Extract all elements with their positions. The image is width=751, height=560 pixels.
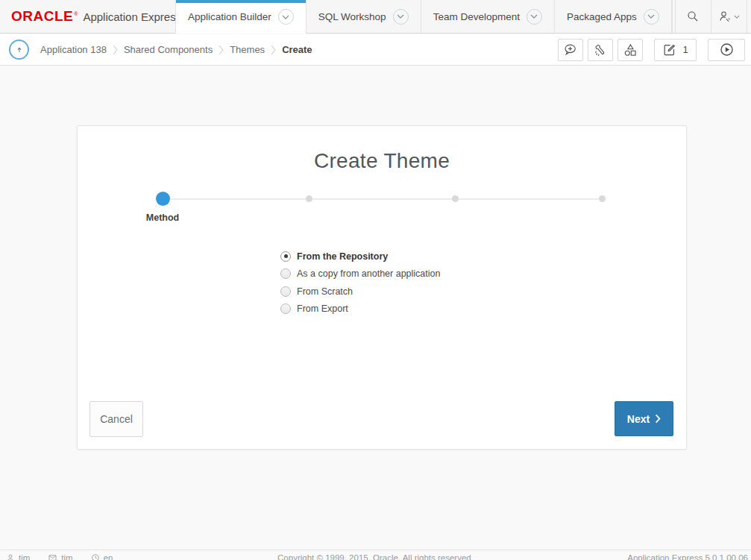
next-button[interactable]: Next — [615, 401, 673, 436]
chevron-right-icon — [113, 45, 118, 55]
breadcrumb-create: Create — [282, 44, 312, 55]
registered-mark: ® — [74, 11, 78, 16]
product-name: Application Express — [83, 10, 181, 23]
chevron-down-icon[interactable] — [393, 9, 409, 25]
up-level-button[interactable] — [9, 40, 29, 60]
flashlight-icon — [593, 43, 608, 57]
tab-application-builder[interactable]: Application Builder — [175, 0, 306, 34]
tab-label: Team Development — [433, 11, 520, 22]
radio-button-icon[interactable] — [280, 286, 291, 297]
help-menu-button[interactable]: ? — [747, 0, 751, 33]
breadcrumb-shared-components[interactable]: Shared Components — [124, 44, 213, 55]
main-tabs: Application Builder SQL Workshop Team De… — [175, 0, 672, 33]
radio-as-a-copy-from-another-application[interactable]: As a copy from another application — [280, 265, 440, 283]
chevron-down-icon[interactable] — [644, 9, 659, 25]
tab-label: Application Builder — [188, 11, 271, 22]
breadcrumb-application[interactable]: Application 138 — [40, 44, 107, 55]
radio-button-icon[interactable] — [280, 268, 291, 279]
edit-page-number: 1 — [682, 44, 688, 55]
train-line — [163, 198, 602, 200]
radio-label: As a copy from another application — [297, 268, 440, 279]
chevron-right-icon — [655, 414, 661, 424]
chevron-right-icon — [219, 45, 224, 55]
radio-label: From Export — [297, 303, 348, 314]
radio-button-icon[interactable] — [280, 251, 291, 262]
arrow-up-icon — [14, 45, 25, 55]
run-application-button[interactable] — [708, 39, 745, 61]
radio-button-icon[interactable] — [280, 303, 291, 314]
radio-label: From the Repository — [297, 251, 388, 262]
step-label-method: Method — [125, 213, 200, 223]
top-navigation-bar: ORACLE® Application Express Application … — [0, 0, 751, 34]
search-icon — [686, 10, 700, 23]
step-dot-4 — [599, 195, 606, 202]
tab-team-development[interactable]: Team Development — [421, 0, 554, 33]
tab-packaged-apps[interactable]: Packaged Apps — [554, 0, 672, 33]
wizard-title: Create Theme — [78, 149, 686, 173]
chevron-down-icon[interactable] — [527, 9, 542, 25]
search-button[interactable] — [676, 0, 711, 33]
step-dot-3 — [452, 195, 459, 202]
next-button-label: Next — [627, 413, 650, 425]
tab-label: SQL Workshop — [318, 11, 386, 22]
breadcrumb: Application 138 Shared Components Themes… — [37, 44, 316, 55]
version-text: Application Express 5.0.1.00.06 — [627, 553, 748, 560]
radio-label: From Scratch — [297, 286, 353, 297]
shared-components-button[interactable] — [618, 39, 643, 61]
step-dot-method — [156, 192, 170, 206]
method-radio-group: From the Repository As a copy from anoth… — [280, 248, 440, 318]
shapes-icon — [623, 43, 638, 57]
oracle-logo: ORACLE — [11, 8, 73, 25]
radio-from-the-repository[interactable]: From the Repository — [280, 248, 440, 265]
page-footer: tim tim en Copyright © 1999, 2015, Oracl… — [0, 550, 751, 560]
radio-from-export[interactable]: From Export — [280, 301, 440, 318]
chevron-down-icon — [734, 15, 740, 19]
administration-menu-button[interactable] — [711, 0, 747, 33]
play-icon — [719, 42, 735, 57]
admin-wrench-icon — [718, 10, 732, 23]
feedback-button[interactable] — [558, 39, 583, 61]
breadcrumb-themes[interactable]: Themes — [230, 44, 265, 55]
step-dot-2 — [306, 195, 312, 202]
create-theme-wizard-card: Create Theme Method From the Repository … — [77, 125, 687, 450]
theme-roller-button[interactable] — [588, 39, 613, 61]
top-action-icons: ? — [672, 0, 751, 33]
tab-sql-workshop[interactable]: SQL Workshop — [306, 0, 421, 33]
edit-pencil-icon — [662, 43, 676, 57]
edit-page-button[interactable]: 1 — [654, 39, 697, 61]
radio-from-scratch[interactable]: From Scratch — [280, 283, 440, 301]
tab-label: Packaged Apps — [567, 11, 637, 22]
feedback-bubble-icon — [563, 43, 578, 57]
brand: ORACLE® Application Express — [0, 0, 175, 33]
chevron-right-icon — [271, 45, 276, 55]
cancel-button[interactable]: Cancel — [89, 401, 143, 437]
breadcrumb-bar: Application 138 Shared Components Themes… — [0, 34, 751, 66]
page-toolbar: 1 — [558, 39, 745, 61]
chevron-down-icon[interactable] — [278, 9, 294, 25]
